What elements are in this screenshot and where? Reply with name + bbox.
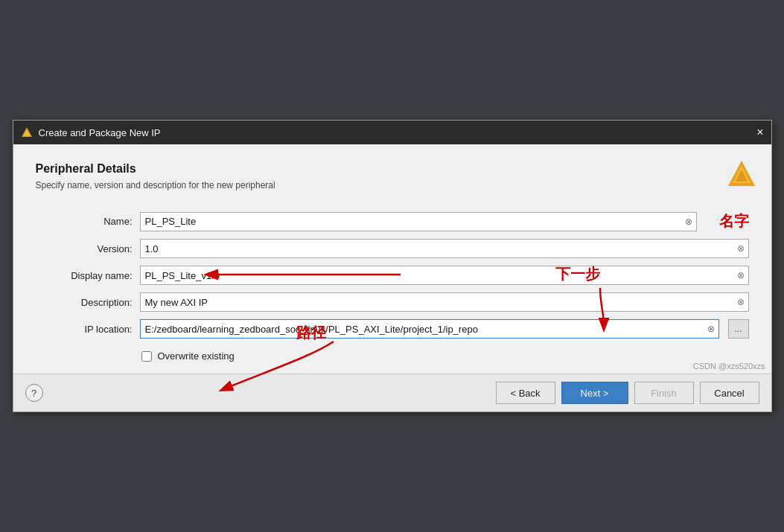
display-name-row: Display name: ⊗ [51, 266, 749, 285]
ip-location-clear-icon[interactable]: ⊗ [704, 321, 718, 336]
version-input-wrap: ⊗ [140, 239, 749, 258]
name-row: Name: ⊗ 名字 [51, 211, 749, 231]
version-clear-icon[interactable]: ⊗ [733, 241, 748, 256]
name-annotation: 名字 [719, 211, 749, 231]
overwrite-label: Overwrite existing [158, 350, 235, 362]
help-button[interactable]: ? [25, 384, 43, 402]
description-input-wrap: ⊗ [140, 292, 749, 312]
version-input[interactable] [141, 240, 733, 257]
next-button[interactable]: Next > [561, 382, 628, 404]
footer-right: < Back Next > Finish Cancel [496, 382, 759, 404]
display-name-clear-icon[interactable]: ⊗ [733, 268, 748, 283]
display-name-input-wrap: ⊗ [140, 266, 749, 285]
next-annotation: 下一步 [555, 264, 600, 284]
ip-location-row: IP location: ⊗ ... [51, 319, 749, 339]
version-label: Version: [51, 243, 133, 254]
finish-button[interactable]: Finish [634, 382, 694, 404]
title-bar: Create and Package New IP × [13, 121, 771, 144]
browse-button[interactable]: ... [728, 319, 749, 339]
name-input-wrap: ⊗ [140, 212, 697, 231]
back-button[interactable]: < Back [496, 382, 555, 404]
description-row: Description: ⊗ [51, 292, 749, 312]
description-clear-icon[interactable]: ⊗ [733, 295, 748, 310]
section-subtitle: Specify name, version and description fo… [36, 180, 749, 190]
name-label: Name: [51, 216, 133, 227]
display-name-label: Display name: [51, 270, 133, 281]
description-input[interactable] [141, 293, 733, 311]
display-name-input[interactable] [141, 266, 733, 284]
content-area: Peripheral Details Specify name, version… [13, 144, 771, 374]
ip-location-label: IP location: [51, 324, 133, 335]
dialog: Create and Package New IP × Peripheral D… [13, 120, 772, 412]
ip-location-input[interactable] [141, 320, 704, 338]
overwrite-row: Overwrite existing [141, 350, 749, 362]
close-button[interactable]: × [756, 126, 763, 138]
section-title: Peripheral Details [36, 162, 749, 176]
ip-location-input-wrap: ⊗ [140, 319, 719, 339]
footer-left: ? [25, 384, 43, 402]
footer: ? < Back Next > Finish Cancel [13, 374, 771, 411]
overwrite-checkbox[interactable] [141, 351, 152, 362]
dialog-title: Create and Package New IP [39, 127, 161, 138]
app-icon [21, 126, 33, 138]
form-area: Name: ⊗ 名字 Version: ⊗ [51, 211, 749, 362]
cancel-button[interactable]: Cancel [700, 382, 759, 404]
name-clear-icon[interactable]: ⊗ [681, 214, 696, 229]
version-row: Version: ⊗ [51, 239, 749, 258]
description-label: Description: [51, 297, 133, 308]
name-input[interactable] [141, 213, 681, 231]
vivado-logo [727, 159, 756, 191]
watermark: CSDN @xzs520xzs [693, 362, 765, 371]
